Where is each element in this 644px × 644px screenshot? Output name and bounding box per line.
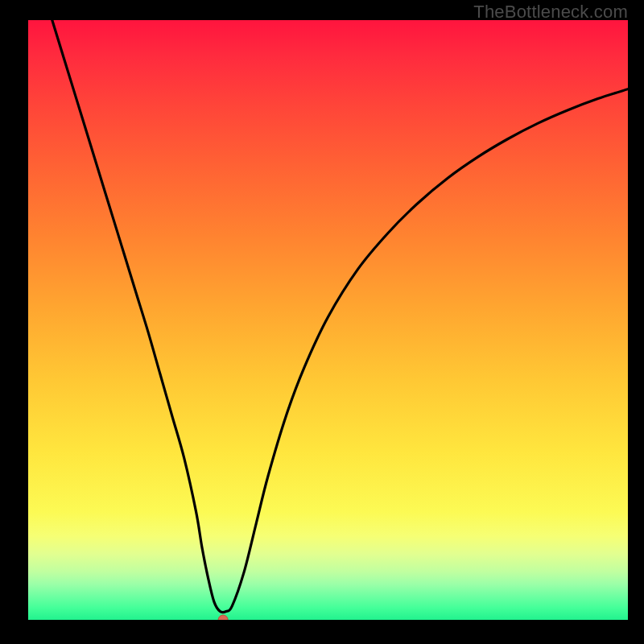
plot-area [28,20,628,620]
minimum-dot [218,615,228,620]
chart-frame: TheBottleneck.com [0,0,644,644]
curve-svg [28,20,628,620]
bottleneck-curve [52,20,628,613]
